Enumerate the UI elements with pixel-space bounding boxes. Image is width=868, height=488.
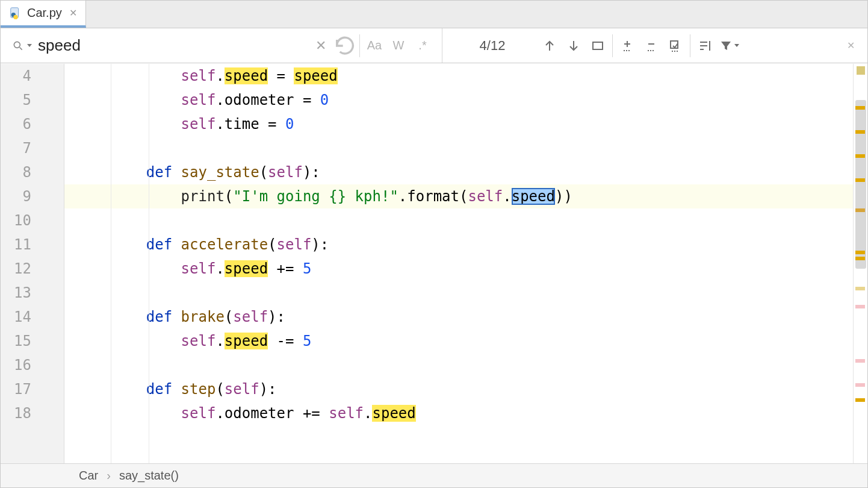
- code-area[interactable]: self.speed = speed self.odometer = 0 sel…: [64, 64, 853, 463]
- stripe-marker[interactable]: [855, 251, 865, 254]
- code-line[interactable]: def accelerate(self):: [64, 233, 853, 257]
- stripe-marker[interactable]: [855, 106, 865, 110]
- search-match: speed: [372, 405, 415, 422]
- add-selection-icon[interactable]: [615, 34, 639, 58]
- line-number: 13: [1, 281, 31, 305]
- breadcrumb: Car › say_state(): [1, 463, 867, 487]
- code-line[interactable]: self.time = 0: [64, 112, 853, 136]
- search-history-redo-icon[interactable]: [333, 34, 357, 58]
- line-number: 17: [1, 377, 31, 401]
- search-history-dropdown-icon[interactable]: [27, 44, 32, 47]
- breadcrumb-method[interactable]: say_state(): [119, 469, 179, 483]
- code-line[interactable]: self.speed += 5: [64, 257, 853, 281]
- separator: [612, 34, 613, 57]
- line-number: 7: [1, 136, 31, 160]
- search-icon[interactable]: [10, 38, 26, 54]
- line-number: 16: [1, 353, 31, 377]
- file-tab[interactable]: Car.py ✕: [1, 1, 86, 28]
- scrollbar-thumb[interactable]: [855, 100, 866, 269]
- stripe-marker[interactable]: [855, 359, 865, 363]
- separator: [359, 34, 360, 57]
- code-line[interactable]: self.speed = speed: [64, 64, 853, 88]
- analysis-status-icon[interactable]: [857, 66, 865, 75]
- code-line[interactable]: def brake(self):: [64, 305, 853, 329]
- code-line[interactable]: [64, 281, 853, 305]
- tab-filename: Car.py: [27, 6, 62, 20]
- code-line-current[interactable]: print("I'm going {} kph!".format(self.sp…: [64, 184, 853, 208]
- find-in-selection-icon[interactable]: [693, 34, 717, 58]
- match-case-toggle[interactable]: Aa: [362, 34, 386, 58]
- filter-icon[interactable]: [717, 34, 741, 58]
- stripe-marker[interactable]: [855, 178, 865, 182]
- select-all-icon[interactable]: [663, 34, 687, 58]
- regex-toggle[interactable]: .*: [411, 34, 435, 58]
- search-match: speed: [225, 67, 268, 84]
- python-file-icon: [9, 7, 22, 20]
- stripe-marker[interactable]: [855, 257, 865, 260]
- editor: 4 5 6 7 8 9 10 11 12 13 14 15 16 17 18 s…: [1, 64, 867, 463]
- chevron-right-icon: ›: [107, 469, 111, 483]
- svg-point-2: [13, 14, 17, 19]
- indent-guide: [111, 64, 111, 463]
- line-number: 18: [1, 401, 31, 425]
- stripe-marker[interactable]: [855, 398, 865, 402]
- line-number: 5: [1, 88, 31, 112]
- search-match: speed: [225, 260, 268, 277]
- search-match-current: speed: [512, 188, 555, 205]
- next-match-icon[interactable]: [562, 34, 586, 58]
- close-tab-icon[interactable]: ✕: [69, 7, 77, 19]
- separator: [690, 34, 690, 57]
- gutter: 4 5 6 7 8 9 10 11 12 13 14 15 16 17 18: [1, 64, 64, 463]
- svg-rect-7: [593, 42, 603, 49]
- stripe-marker[interactable]: [855, 130, 865, 134]
- line-number: 10: [1, 208, 31, 233]
- svg-line-4: [20, 47, 22, 49]
- search-match: speed: [294, 67, 337, 84]
- clear-search-icon[interactable]: ✕: [309, 34, 333, 58]
- breadcrumb-class[interactable]: Car: [79, 469, 98, 483]
- stripe-marker[interactable]: [855, 208, 865, 212]
- code-line[interactable]: [64, 353, 853, 377]
- prev-match-icon[interactable]: [538, 34, 562, 58]
- code-line[interactable]: self.odometer = 0: [64, 88, 853, 112]
- whole-words-toggle[interactable]: W: [386, 34, 411, 58]
- code-line[interactable]: [64, 208, 853, 233]
- line-number: 9: [1, 184, 31, 208]
- remove-selection-icon[interactable]: [639, 34, 663, 58]
- line-number: 14: [1, 305, 31, 329]
- stripe-marker[interactable]: [855, 154, 865, 158]
- stripe-marker[interactable]: [855, 383, 865, 387]
- line-number: 11: [1, 233, 31, 257]
- marker-stripe[interactable]: [853, 64, 867, 463]
- line-number: 15: [1, 329, 31, 353]
- select-all-occurrences-icon[interactable]: [586, 34, 610, 58]
- stripe-marker[interactable]: [855, 305, 865, 308]
- match-count: 4/12: [447, 38, 538, 54]
- svg-point-3: [14, 42, 20, 48]
- find-left: ✕ Aa W .*: [1, 28, 442, 63]
- line-number: 8: [1, 160, 31, 184]
- tab-strip: Car.py ✕: [1, 1, 867, 28]
- search-match: speed: [225, 333, 268, 349]
- code-line[interactable]: self.odometer += self.speed: [64, 401, 853, 425]
- line-number: 12: [1, 257, 31, 281]
- find-bar: ✕ Aa W .* 4/12: [1, 28, 867, 63]
- code-line[interactable]: def step(self):: [64, 377, 853, 401]
- code-line[interactable]: [64, 136, 853, 160]
- stripe-marker[interactable]: [855, 287, 865, 290]
- line-number: 6: [1, 112, 31, 136]
- indent-guide: [149, 64, 149, 463]
- close-find-bar-icon[interactable]: ✕: [839, 34, 863, 58]
- search-input[interactable]: [38, 28, 309, 63]
- code-line[interactable]: def say_state(self):: [64, 160, 853, 184]
- code-line[interactable]: self.speed -= 5: [64, 329, 853, 353]
- find-right: 4/12 ✕: [442, 28, 867, 63]
- line-number: 4: [1, 64, 31, 88]
